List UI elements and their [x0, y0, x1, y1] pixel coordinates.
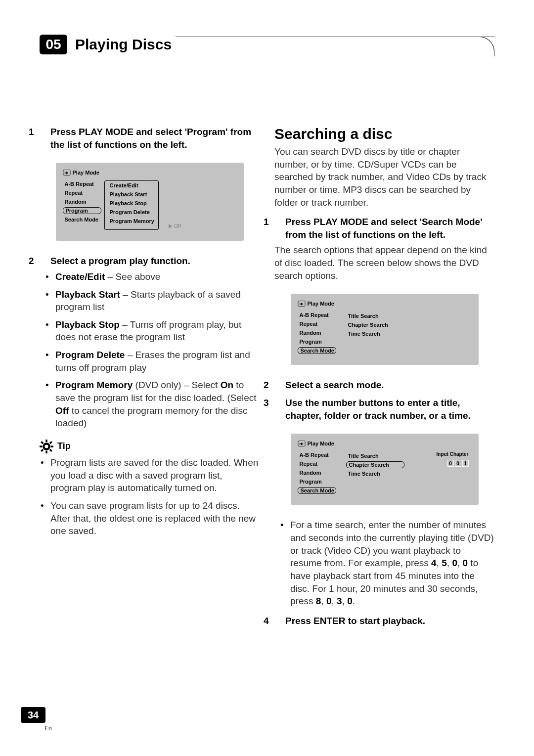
step-body-text: The search options that appear depend on…: [274, 244, 494, 282]
list-item: Playback Stop: [108, 200, 155, 207]
page-number-badge: 34: [21, 707, 45, 723]
list-item: Playback Start: [108, 191, 155, 198]
step-2: 2Select a program play function.: [40, 255, 260, 267]
memory-value: Off: [174, 223, 181, 229]
list-item: Program lists are saved for the disc loa…: [48, 456, 260, 494]
diagram-right-list: Title Search Chapter Search Time Search: [339, 451, 407, 494]
digit: 0: [447, 460, 454, 467]
chapter-number-badge: 05: [40, 35, 67, 54]
list-item: Create/Edit: [108, 182, 155, 189]
play-mode-diagram-search: Play Mode A-B Repeat Repeat Random Progr…: [291, 294, 479, 365]
digit-bold: 0: [463, 558, 468, 568]
func-desc: (DVD only) – Select: [133, 380, 220, 390]
svg-rect-8: [49, 441, 52, 444]
list-item: Repeat: [63, 189, 101, 196]
left-column: 1Press PLAY MODE and select 'Program' fr…: [40, 126, 260, 630]
list-item: Program: [298, 478, 336, 485]
header-rule: [177, 37, 494, 56]
func-name: Create/Edit: [55, 271, 105, 282]
func-desc: – See above: [105, 271, 160, 282]
diagram-title-row: Play Mode: [298, 441, 472, 446]
digit-bold: 5: [442, 558, 447, 568]
step-2-text: Select a program play function.: [50, 256, 190, 266]
hand-icon: [298, 441, 306, 446]
list-item: A-B Repeat: [63, 180, 101, 187]
page-language: En: [44, 725, 52, 732]
list-item-selected: Search Mode: [298, 347, 336, 354]
svg-rect-7: [49, 449, 52, 452]
list-item: Random: [63, 198, 101, 205]
list-item: Program: [298, 338, 336, 345]
step-4-right: 4Press ENTER to start playback.: [274, 615, 494, 627]
list-item-selected: Chapter Search: [346, 461, 404, 468]
svg-point-10: [45, 445, 48, 448]
list-item: Random: [298, 329, 336, 336]
diagram-left-list: A-B Repeat Repeat Random Program Search …: [63, 180, 101, 230]
svg-rect-2: [45, 440, 47, 442]
list-item: Title Search: [346, 312, 469, 319]
list-item: Random: [298, 469, 336, 476]
step-text: Press ENTER to start playback.: [285, 616, 425, 626]
play-mode-diagram-program: Play Mode A-B Repeat Repeat Random Progr…: [56, 163, 244, 241]
diagram-title: Play Mode: [308, 441, 334, 446]
digit-bold: 3: [337, 596, 342, 606]
diagram-right-list: Title Search Chapter Search Time Search: [339, 311, 472, 354]
right-column: Searching a disc You can search DVD disc…: [274, 126, 494, 630]
func-name: Program Delete: [55, 350, 125, 360]
list-item: Program Memory: [108, 218, 156, 224]
diagram-left-list: A-B Repeat Repeat Random Program Search …: [298, 311, 336, 354]
step-1: 1Press PLAY MODE and select 'Program' fr…: [40, 126, 260, 151]
list-item: Time Search: [346, 470, 404, 477]
list-item: Search Mode: [63, 216, 101, 223]
svg-rect-6: [41, 441, 44, 444]
memory-off-indicator: Off: [169, 223, 181, 229]
list-item: Title Search: [346, 452, 404, 459]
diagram-right-list: Create/Edit Playback Start Playback Stop…: [104, 180, 159, 230]
digit-bold: 0: [326, 596, 332, 606]
list-item: Repeat: [298, 320, 336, 327]
diagram-title-row: Play Mode: [298, 301, 472, 307]
chapter-header: 05 Playing Discs: [40, 35, 494, 56]
step-2-right: 2Select a search mode.: [274, 379, 494, 392]
list-item: Create/Edit – See above: [53, 270, 260, 283]
hand-icon: [298, 301, 306, 307]
arrow-right-icon: [169, 224, 172, 228]
list-item: Program Memory (DVD only) – Select On to…: [53, 379, 260, 430]
list-item: Playback Stop – Turns off program play, …: [53, 318, 260, 344]
list-item: A-B Repeat: [298, 451, 336, 458]
gear-icon: [40, 440, 53, 453]
digit: 0: [455, 460, 461, 467]
list-item-selected: Program: [63, 207, 101, 214]
list-item: Chapter Search: [346, 321, 469, 328]
section-title: Searching a disc: [274, 126, 494, 142]
func-name: Playback Start: [55, 289, 120, 300]
func-name: Program Memory: [55, 380, 133, 390]
bold-on: On: [221, 380, 233, 390]
digit-bold: 0: [452, 558, 457, 568]
list-item: For a time search, enter the number of m…: [288, 519, 494, 607]
chapter-title: Playing Discs: [71, 35, 177, 54]
diagram-title: Play Mode: [308, 301, 334, 307]
svg-rect-4: [40, 445, 42, 447]
list-item-selected: Search Mode: [298, 487, 336, 494]
func-name: Playback Stop: [55, 319, 120, 330]
step-1-right: 1Press PLAY MODE and select 'Search Mode…: [274, 216, 494, 241]
svg-rect-3: [45, 451, 47, 453]
list-item: A-B Repeat: [298, 311, 336, 318]
svg-rect-5: [51, 445, 53, 447]
tip-list: Program lists are saved for the disc loa…: [40, 456, 260, 537]
list-item: Repeat: [298, 460, 336, 467]
list-item: Time Search: [346, 330, 469, 337]
step-text: Use the number buttons to enter a title,…: [285, 398, 471, 421]
svg-rect-9: [41, 449, 44, 452]
function-list: Create/Edit – See above Playback Start –…: [40, 270, 260, 430]
list-item: Program Delete: [108, 209, 155, 216]
diagram-left-list: A-B Repeat Repeat Random Program Search …: [298, 451, 336, 494]
intro-text: You can search DVD discs by title or cha…: [274, 145, 494, 209]
time-search-note: For a time search, enter the number of m…: [274, 519, 494, 607]
tip-header: Tip: [40, 440, 260, 453]
list-item: You can save program lists for up to 24 …: [48, 499, 260, 537]
list-item: Program Delete – Erases the program list…: [53, 349, 260, 374]
bold-off: Off: [55, 405, 69, 416]
step-text: Select a search mode.: [285, 380, 384, 390]
